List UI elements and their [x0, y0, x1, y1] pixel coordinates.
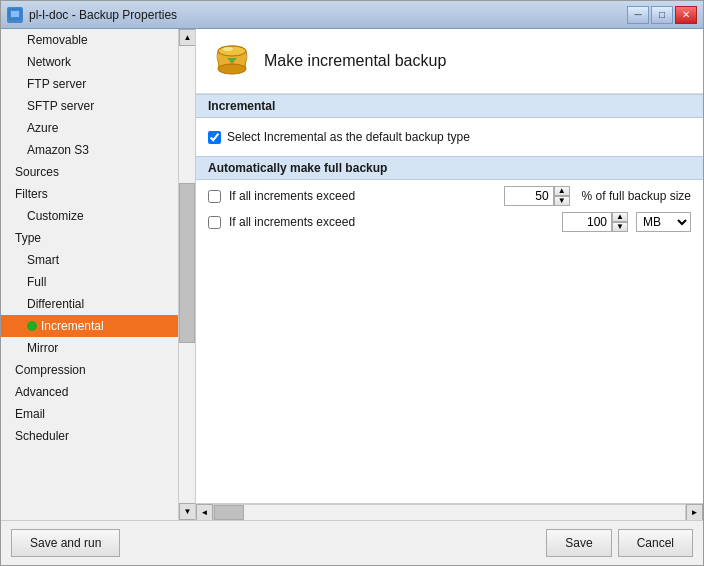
window-controls: ─ □ ✕	[627, 6, 697, 24]
section-incremental-header: Incremental	[196, 94, 703, 118]
hscroll-thumb[interactable]	[214, 505, 244, 520]
content-title: Make incremental backup	[264, 52, 446, 70]
increment-spinbox-2: ▲ ▼	[562, 212, 628, 232]
sidebar-scroll-area: Removable Network FTP server SFTP server	[1, 29, 195, 520]
spin-buttons-2: ▲ ▼	[612, 212, 628, 232]
spin-down-1[interactable]: ▼	[554, 196, 570, 206]
maximize-button[interactable]: □	[651, 6, 673, 24]
sidebar-item-network[interactable]: Network	[1, 51, 178, 73]
hscroll-track	[213, 504, 686, 521]
hscroll-left-arrow[interactable]: ◄	[196, 504, 213, 521]
save-button[interactable]: Save	[546, 529, 611, 557]
content-hscrollbar: ◄ ►	[196, 503, 703, 520]
increment-spinbox-1: ▲ ▼	[504, 186, 570, 206]
increment-value-2[interactable]	[562, 212, 612, 232]
section-incremental-body: Select Incremental as the default backup…	[196, 118, 703, 156]
sidebar-item-removable[interactable]: Removable	[1, 29, 178, 51]
increment-label-2: If all increments exceed	[229, 215, 355, 229]
increment-unit-dropdown-2[interactable]: MB GB KB	[636, 212, 691, 232]
sidebar-item-differential[interactable]: Differential	[1, 293, 178, 315]
footer-left: Save and run	[11, 529, 540, 557]
content-icon	[212, 41, 252, 81]
sidebar-item-type[interactable]: Type	[1, 227, 178, 249]
sidebar-item-sources[interactable]: Sources	[1, 161, 178, 183]
sidebar-items: Removable Network FTP server SFTP server	[1, 29, 178, 520]
increment-row-1: If all increments exceed ▲ ▼ % of full b…	[208, 186, 691, 206]
main-window: pl-l-doc - Backup Properties ─ □ ✕ Remov…	[0, 0, 704, 566]
spin-up-1[interactable]: ▲	[554, 186, 570, 196]
increment-label-1: If all increments exceed	[229, 189, 355, 203]
sidebar-item-azure[interactable]: Azure	[1, 117, 178, 139]
content-header: Make incremental backup	[196, 29, 703, 94]
close-button[interactable]: ✕	[675, 6, 697, 24]
footer: Save and run Save Cancel	[1, 520, 703, 565]
sidebar-item-ftp[interactable]: FTP server	[1, 73, 178, 95]
titlebar: pl-l-doc - Backup Properties ─ □ ✕	[1, 1, 703, 29]
minimize-button[interactable]: ─	[627, 6, 649, 24]
sidebar-scroll-up[interactable]: ▲	[179, 29, 196, 46]
increment-checkbox-2[interactable]	[208, 216, 221, 229]
sidebar-item-mirror[interactable]: Mirror	[1, 337, 178, 359]
increment-value-1[interactable]	[504, 186, 554, 206]
default-backup-type-row: Select Incremental as the default backup…	[208, 130, 691, 144]
svg-point-6	[223, 47, 233, 51]
increment-row-2: If all increments exceed ▲ ▼ MB GB KB	[208, 212, 691, 232]
active-dot-icon	[27, 321, 37, 331]
hscroll-right-arrow[interactable]: ►	[686, 504, 703, 521]
sidebar-item-compression[interactable]: Compression	[1, 359, 178, 381]
sidebar: Removable Network FTP server SFTP server	[1, 29, 196, 520]
sidebar-item-email[interactable]: Email	[1, 403, 178, 425]
default-backup-type-label: Select Incremental as the default backup…	[227, 130, 470, 144]
sidebar-scroll-down[interactable]: ▼	[179, 503, 196, 520]
save-and-run-button[interactable]: Save and run	[11, 529, 120, 557]
footer-right: Save Cancel	[546, 529, 693, 557]
sidebar-item-amazon-s3[interactable]: Amazon S3	[1, 139, 178, 161]
svg-point-4	[218, 64, 246, 74]
sidebar-item-sftp[interactable]: SFTP server	[1, 95, 178, 117]
sidebar-item-full[interactable]: Full	[1, 271, 178, 293]
sidebar-item-advanced[interactable]: Advanced	[1, 381, 178, 403]
increment-unit-1: % of full backup size	[582, 189, 691, 203]
sidebar-scroll-thumb[interactable]	[179, 183, 195, 343]
section-fullbackup-header: Automatically make full backup	[196, 156, 703, 180]
spin-down-2[interactable]: ▼	[612, 222, 628, 232]
app-icon	[7, 7, 23, 23]
spin-up-2[interactable]: ▲	[612, 212, 628, 222]
sidebar-item-smart[interactable]: Smart	[1, 249, 178, 271]
sidebar-item-incremental[interactable]: Incremental	[1, 315, 178, 337]
sidebar-scrollbar: ▲ ▼	[178, 29, 195, 520]
sidebar-item-customize[interactable]: Customize	[1, 205, 178, 227]
sidebar-item-filters[interactable]: Filters	[1, 183, 178, 205]
default-backup-type-checkbox[interactable]	[208, 131, 221, 144]
window-title: pl-l-doc - Backup Properties	[29, 8, 627, 22]
sidebar-item-scheduler[interactable]: Scheduler	[1, 425, 178, 447]
sidebar-scroll-thumb-area	[179, 46, 195, 503]
cancel-button[interactable]: Cancel	[618, 529, 693, 557]
svg-rect-1	[11, 11, 19, 17]
main-layout: Removable Network FTP server SFTP server	[1, 29, 703, 520]
increment-checkbox-1[interactable]	[208, 190, 221, 203]
spin-buttons-1: ▲ ▼	[554, 186, 570, 206]
content-panel: Make incremental backup Incremental Sele…	[196, 29, 703, 520]
svg-point-5	[218, 46, 246, 56]
content-body: Incremental Select Incremental as the de…	[196, 94, 703, 503]
